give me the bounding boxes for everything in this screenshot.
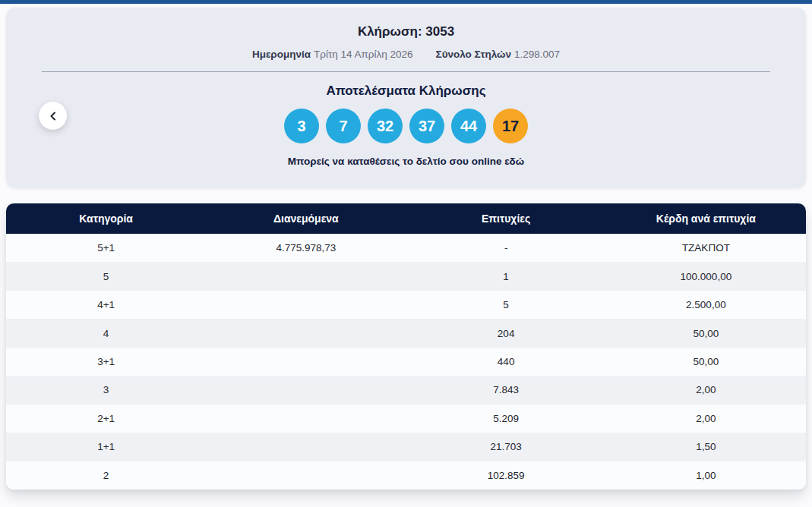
cell-category: 5 [6,271,206,282]
cell-category: 4+1 [6,299,206,310]
cell-prize: 2,00 [606,413,806,424]
cell-winners: 21.703 [406,441,606,452]
cell-category: 3 [6,384,206,395]
cell-prize: 50,00 [606,356,806,367]
cell-category: 3+1 [6,356,206,367]
cell-category: 1+1 [6,441,206,452]
draw-info-panel: Κλήρωση: 3053 ΗμερομηνίαΤρίτη 14 Απρίλη … [6,8,806,188]
cell-prize: 100.000,00 [606,271,806,282]
cell-prize: 1,00 [606,470,806,481]
total-columns-value: 1.298.007 [514,49,560,60]
number-ball: 37 [409,109,444,143]
table-row: 37.8432,00 [6,376,806,404]
column-header-winners: Επιτυχίες [406,213,606,225]
deposit-online-link[interactable]: Μπορείς να καταθέσεις το δελτίο σου onli… [6,156,806,167]
table-row: 2+15.2092,00 [6,405,806,433]
total-columns-label: Σύνολο Στηλών [436,49,511,60]
cell-winners: 5.209 [406,413,606,424]
cell-winners: 204 [406,328,606,339]
cell-category: 2+1 [6,413,206,424]
number-ball: 32 [368,109,403,143]
table-row: 2102.8591,00 [6,461,806,490]
cell-winners: 440 [406,356,606,367]
cell-winners: 102.859 [406,470,606,481]
draw-title: Κλήρωση: 3053 [6,8,806,39]
cell-category: 2 [6,470,206,481]
draw-date-value: Τρίτη 14 Απρίλη 2026 [314,49,413,60]
table-row: 5+14.775.978,73-ΤΖΑΚΠΟΤ [6,234,806,262]
cell-prize: 2,00 [606,384,806,395]
table-header-row: Κατηγορία Διανεμόμενα Επιτυχίες Κέρδη αν… [6,203,806,234]
table-row: 51100.000,00 [6,262,806,290]
draw-date: ΗμερομηνίαΤρίτη 14 Απρίλη 2026 [252,49,413,60]
cell-winners: 7.843 [406,384,606,395]
cell-prize: 1,50 [606,441,806,452]
results-title: Αποτελέσματα Κλήρωσης [6,83,806,99]
joker-ball: 17 [493,109,528,143]
table-row: 1+121.7031,50 [6,433,806,461]
chevron-left-icon [49,112,58,121]
table-row: 3+144050,00 [6,348,806,376]
number-ball: 44 [451,109,486,143]
cell-prize: 2.500,00 [606,299,806,310]
column-header-distributed: Διανεμόμενα [206,213,406,225]
cell-prize: 50,00 [606,328,806,339]
draw-meta: ΗμερομηνίαΤρίτη 14 Απρίλη 2026 Σύνολο Στ… [6,49,806,60]
table-body: 5+14.775.978,73-ΤΖΑΚΠΟΤ51100.000,004+152… [6,234,806,490]
draw-date-label: Ημερομηνία [252,49,311,60]
total-columns: Σύνολο Στηλών1.298.007 [436,49,561,60]
cell-prize: ΤΖΑΚΠΟΤ [606,242,806,254]
table-row: 4+152.500,00 [6,291,806,319]
top-accent-bar [0,0,812,4]
cell-distributed: 4.775.978,73 [206,242,406,254]
cell-category: 4 [6,328,206,339]
previous-draw-button[interactable] [39,102,67,130]
cell-winners: 1 [406,271,606,282]
winning-numbers: 3732374417 [6,109,806,143]
number-ball: 3 [284,109,319,143]
column-header-category: Κατηγορία [6,213,206,225]
cell-winners: 5 [406,299,606,310]
prize-categories-table: Κατηγορία Διανεμόμενα Επιτυχίες Κέρδη αν… [6,203,806,490]
column-header-prize-per-win: Κέρδη ανά επιτυχία [606,213,806,225]
cell-category: 5+1 [6,242,206,254]
number-ball: 7 [326,109,361,143]
panel-divider [42,71,770,72]
cell-winners: - [406,242,606,254]
table-row: 420450,00 [6,319,806,347]
